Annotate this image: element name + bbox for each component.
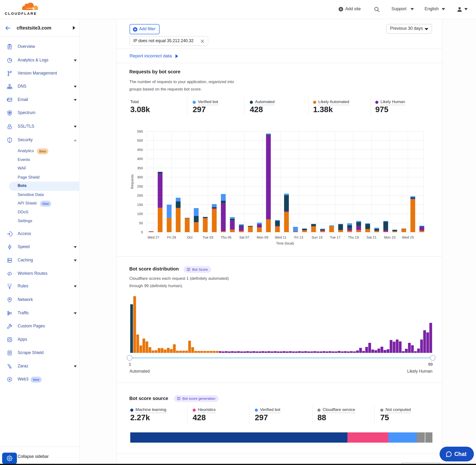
- svg-text:150: 150: [137, 203, 143, 207]
- svg-text:Wed 25: Wed 25: [402, 235, 414, 239]
- svg-text:Thu 05: Thu 05: [221, 235, 232, 239]
- svg-text:300: 300: [137, 175, 143, 179]
- svg-text:550: 550: [137, 129, 143, 133]
- svg-text:450: 450: [137, 148, 143, 152]
- svg-text:Wed 11: Wed 11: [275, 235, 286, 239]
- svg-text:Time (local): Time (local): [276, 242, 294, 245]
- svg-text:Sat 07: Sat 07: [239, 235, 249, 239]
- svg-text:500: 500: [137, 138, 143, 142]
- svg-text:Requests: Requests: [130, 174, 134, 189]
- svg-text:Thu 19: Thu 19: [348, 235, 359, 239]
- svg-text:Mon 09: Mon 09: [257, 235, 268, 239]
- svg-text:Sun 15: Sun 15: [311, 235, 322, 239]
- svg-text:Fri 13: Fri 13: [294, 235, 303, 239]
- svg-text:Sat 21: Sat 21: [367, 235, 376, 239]
- svg-text:400: 400: [137, 157, 143, 161]
- svg-text:Fri 29: Fri 29: [167, 235, 176, 239]
- svg-text:Tue 17: Tue 17: [330, 235, 340, 239]
- svg-text:200: 200: [137, 194, 143, 197]
- svg-text:350: 350: [137, 166, 143, 170]
- svg-text:Oct: Oct: [187, 235, 193, 239]
- svg-text:100: 100: [137, 212, 143, 216]
- svg-text:50: 50: [139, 221, 143, 225]
- svg-text:Mon 23: Mon 23: [384, 235, 395, 239]
- svg-text:0: 0: [141, 230, 143, 234]
- svg-text:Wed 27: Wed 27: [148, 235, 159, 239]
- svg-text:250: 250: [137, 185, 143, 188]
- svg-text:Tue 03: Tue 03: [203, 235, 213, 239]
